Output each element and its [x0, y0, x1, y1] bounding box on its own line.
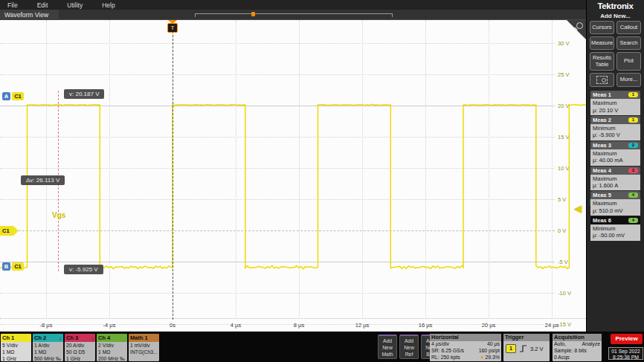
side-button-measure[interactable]: Measure [590, 36, 614, 50]
scale-down-arrow-icon: ↓ [91, 334, 94, 342]
channel-setting: 1 GHz [2, 356, 30, 361]
panel-resize-grip[interactable]: ⋮⋮ [587, 201, 597, 204]
date: 01 Sep 2022 [609, 349, 643, 355]
measurement-badge[interactable]: Meas 11Maximumμ: 20.10 V [590, 91, 640, 115]
measurement-value: μ: -50.00 mV [593, 232, 638, 239]
horizontal-setting: 160 ps/pt [479, 348, 500, 355]
channel-name: Ch 1 [2, 334, 14, 342]
waveform-plot[interactable]: 30 V25 V20 V15 V10 V5 V0 V-5 V-10 V-15 V… [0, 20, 586, 332]
channel-badge-math1[interactable]: Math 11 mV/divINTG(Ch3... [129, 334, 159, 361]
ch1-waveform[interactable] [0, 20, 586, 332]
horizontal-setting: ▼29.3% [480, 355, 500, 361]
trigger-flag[interactable]: T [167, 23, 178, 33]
channel-setting: 200 MHz ‰ [98, 356, 126, 361]
tab-waveform-view[interactable]: Waveform View [0, 10, 59, 20]
add-new-label: Add New... [587, 13, 644, 19]
measurement-name: Meas 4 [593, 167, 611, 174]
channel-setting: 1 MΩ [2, 349, 30, 356]
measurement-value: μ: 1.600 A [593, 182, 638, 189]
side-button-more-[interactable]: More... [616, 73, 641, 87]
trigger-panel[interactable]: Trigger 1 3.2 V [503, 334, 550, 361]
record-view-scrollbar[interactable] [195, 13, 393, 19]
add-new-math-button[interactable]: AddNewMath [378, 334, 397, 359]
measurement-source-badge: 4 [628, 218, 638, 223]
measurement-value: μ: -5.900 V [593, 132, 638, 138]
channel-setting: 1 mV/div [130, 343, 158, 349]
side-button-results-table[interactable]: Results Table [590, 52, 614, 71]
measurement-badge[interactable]: Meas 32Maximumμ: 40.00 mA [590, 141, 640, 166]
acquisition-analyze: Analyze [582, 341, 600, 348]
cursor-b-channel-badge[interactable]: C1 [12, 262, 24, 271]
preview-button[interactable]: Preview [611, 334, 643, 344]
trigger-position-line[interactable] [173, 31, 173, 320]
channel-setting: 500 MHz ‰ [34, 356, 62, 361]
cursor-b-badge[interactable]: B [2, 262, 10, 271]
cursor-a-channel-badge[interactable]: C1 [12, 92, 24, 100]
horizontal-setting: 4 μs/div [431, 341, 449, 348]
add-new-ref-button[interactable]: AddNewRef [399, 334, 419, 359]
channel-setting: 5 V/div [2, 343, 30, 349]
horizontal-setting: RL: 250 kpts [431, 355, 460, 361]
magnifier-icon [576, 22, 583, 29]
measurement-stat: Minimum [593, 225, 638, 232]
side-button-cursors[interactable]: Cursors [590, 21, 614, 34]
acquisition-mode: Auto, [554, 341, 566, 348]
acquisition-count: 0 Acqs [554, 355, 570, 361]
time: 8:25:38 PM [609, 355, 643, 361]
menu-bar: FileEditUtilityHelp [0, 0, 586, 10]
acquisition-sample-bits: Sample: 8 bits [554, 348, 587, 355]
channel-name: Math 1 [130, 334, 148, 342]
acquisition-panel-title: Acquisition [553, 334, 602, 341]
record-trigger-position-icon[interactable] [251, 12, 255, 16]
oscilloscope-screen: FileEditUtilityHelp Waveform View Tektro… [0, 0, 644, 362]
channel-badge-ch1[interactable]: Ch 15 V/div1 MΩ1 GHz [1, 334, 31, 361]
channel-badge-ch2[interactable]: Ch 2↓1 A/div1 MΩ500 MHz ‰ [33, 334, 63, 361]
measurement-name: Meas 6 [593, 217, 611, 224]
trigger-source-badge: 1 [506, 344, 516, 353]
channel-setting: 1 A/div [34, 343, 62, 349]
measurement-value: μ: 510.0 mV [593, 207, 638, 214]
menu-item-utility[interactable]: Utility [67, 1, 83, 9]
cursor-a-readout: v: 20.187 V [64, 89, 104, 99]
menu-item-help[interactable]: Help [102, 1, 115, 9]
measurement-stat: Maximum [593, 150, 638, 157]
trigger-level-value: 3.2 V [530, 346, 544, 352]
channel-name: Ch 2 [34, 334, 46, 342]
results-side-panel: Tektronix Add New... CursorsCalloutMeasu… [586, 0, 644, 332]
measurement-source-badge: 2 [628, 143, 638, 148]
measurement-stat: Minimum [593, 125, 638, 132]
horizontal-setting: SR: 6.25 GS/s [431, 348, 464, 355]
trigger-position-icon: ▼ [480, 355, 485, 360]
measurement-stat: Maximum [593, 175, 638, 182]
cursor-delta-readout: Δv: 26.113 V [21, 175, 65, 185]
measurement-source-badge: 1 [628, 92, 638, 97]
channel-badge-ch4[interactable]: Ch 42 V/div1 MΩ200 MHz ‰ [97, 334, 127, 361]
side-button-search[interactable]: Search [616, 36, 641, 50]
trigger-level-arrow-icon[interactable]: ◀ [574, 203, 582, 214]
menu-item-edit[interactable]: Edit [37, 1, 48, 9]
side-button-plot[interactable]: Plot [616, 52, 641, 71]
side-button-callout[interactable]: Callout [616, 21, 641, 34]
measurement-badge[interactable]: Meas 21Minimumμ: -5.900 V [590, 116, 640, 140]
measurement-badge[interactable]: Meas 64Minimumμ: -50.00 mV [590, 216, 640, 241]
measurement-source-badge: 1 [628, 117, 638, 123]
measurement-source-badge: 3 [628, 168, 638, 173]
acquisition-panel[interactable]: Acquisition Auto,Analyze Sample: 8 bits … [553, 334, 602, 361]
horizontal-panel[interactable]: Horizontal 4 μs/div40 μsSR: 6.25 GS/s160… [430, 334, 501, 361]
channel-name: Ch 3 [66, 334, 78, 342]
trigger-panel-title: Trigger [503, 334, 550, 341]
cursor-a-badge[interactable]: A [2, 92, 10, 100]
measurement-source-badge: 4 [628, 193, 638, 198]
channel-setting: INTG(Ch3... [130, 349, 158, 356]
waveform-label: Vgs [52, 211, 65, 219]
channel-name: Ch 4 [98, 334, 110, 342]
side-button-zoom-region[interactable] [590, 73, 614, 87]
menu-item-file[interactable]: File [7, 1, 18, 9]
channel-badge-ch3[interactable]: Ch 3↓20 A/div50 Ω D51 GHz [65, 334, 95, 361]
measurement-stat: Maximum [593, 100, 638, 106]
measurement-badge[interactable]: Meas 43Maximumμ: 1.600 A [590, 167, 640, 191]
add-new-button-grid: CursorsCalloutMeasureSearchResults Table… [587, 21, 644, 87]
horizontal-panel-title: Horizontal [430, 334, 501, 341]
tektronix-logo: Tektronix [587, 1, 644, 10]
measurement-badge[interactable]: Meas 54Maximumμ: 510.0 mV [590, 191, 640, 216]
